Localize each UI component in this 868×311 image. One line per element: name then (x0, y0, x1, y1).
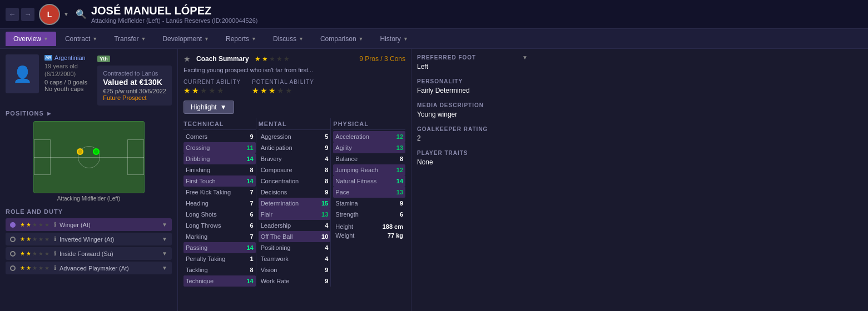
highlight-row: Highlight ▼ (183, 101, 405, 114)
potential-ability-label: POTENTIAL ABILITY (252, 79, 314, 85)
tab-reports[interactable]: Reports ▼ (218, 32, 264, 46)
role-info-icon-0: ℹ (54, 221, 56, 228)
role-expand-2[interactable]: ▼ (162, 250, 167, 257)
back-button[interactable]: ← (6, 8, 19, 21)
tech-attr-0: Corners9 (183, 131, 256, 142)
tech-attr-12: Tackling8 (183, 264, 256, 275)
mental-attr-8: Leadership4 (259, 220, 331, 231)
mental-attr-10: Positioning4 (259, 242, 331, 253)
main-content: 👤 AR Argentinian 19 years old (6/12/2000… (0, 49, 868, 311)
preferred-foot-expand[interactable]: ▼ (522, 54, 528, 61)
player-avatar: 👤 (6, 54, 39, 93)
pitch-position-label: Attacking Midfielder (Left) (57, 195, 120, 202)
role-item-3[interactable]: ★★★★★ℹAdvanced Playmaker (At)▼ (6, 262, 172, 274)
physical-header: PHYSICAL (333, 118, 405, 130)
highlight-button[interactable]: Highlight ▼ (183, 101, 234, 114)
tech-attr-1: Crossing11 (183, 142, 256, 153)
technical-attrs: Corners9Crossing11Dribbling14Finishing8F… (183, 131, 256, 287)
role-expand-1[interactable]: ▼ (162, 236, 167, 242)
role-item-2[interactable]: ★★★★★ℹInside Forward (Su)▼ (6, 247, 172, 260)
tech-attr-11: Penalty Taking1 (183, 253, 256, 264)
top-bar: ← → L ▼ 🔍 JOSÉ MANUEL LÓPEZ Attacking Mi… (0, 0, 868, 29)
tech-attr-9: Marking7 (183, 231, 256, 242)
positions-header[interactable]: POSITIONS ► (6, 110, 172, 117)
roles-list: ★★★★★ℹWinger (At)▼★★★★★ℹInverted Winger … (6, 218, 172, 274)
bio-nationality: AR Argentinian (44, 54, 87, 61)
role-name-1: Inverted Winger (At) (59, 236, 162, 243)
mental-attr-3: Composure8 (259, 164, 331, 175)
bio-age: 19 years old (6/12/2000) (44, 62, 87, 78)
role-radio-0 (10, 222, 16, 228)
bio-youth-caps: No youth caps (44, 86, 87, 92)
mental-attr-12: Vision9 (259, 264, 331, 275)
role-stars-1: ★★★★★ (20, 236, 49, 242)
preferred-foot-block: PREFERRED FOOT ▼ Left (417, 54, 528, 71)
role-name-0: Winger (At) (59, 222, 162, 228)
gk-rating-block: GOALKEEPER RATING 2 (417, 126, 528, 142)
role-stars-0: ★★★★★ (20, 222, 49, 228)
gk-rating-value: 2 (417, 134, 528, 142)
physical-attrs: Acceleration12Agility13Balance8Jumping R… (333, 131, 405, 220)
mental-attrs: Aggression5Anticipation9Bravery4Composur… (259, 131, 331, 287)
role-item-1[interactable]: ★★★★★ℹInverted Winger (At)▼ (6, 233, 172, 245)
tech-attr-4: First Touch14 (183, 175, 256, 187)
mental-attr-7: Flair13 (259, 209, 331, 220)
left-panel: 👤 AR Argentinian 19 years old (6/12/2000… (0, 49, 178, 311)
role-info-icon-3: ℹ (54, 264, 56, 272)
tech-attr-7: Long Shots6 (183, 209, 256, 220)
mental-attr-6: Determination15 (259, 198, 331, 209)
potential-ability-block: POTENTIAL ABILITY ★★★★★ (252, 79, 314, 95)
forward-button[interactable]: → (21, 8, 34, 21)
tech-attr-8: Long Throws6 (183, 220, 256, 231)
tech-attr-5: Free Kick Taking7 (183, 187, 256, 198)
media-description-value: Young winger (417, 111, 528, 118)
favorite-icon[interactable]: ★ (183, 54, 191, 63)
yth-badge: Yth (97, 56, 110, 62)
contract-value: Valued at €130K (103, 78, 166, 87)
personality-value: Fairly Determined (417, 87, 528, 94)
far-right-panel: PREFERRED FOOT ▼ Left PERSONALITY Fairly… (411, 49, 534, 311)
player-bio: 👤 AR Argentinian 19 years old (6/12/2000… (6, 54, 172, 106)
pitch-diagram (33, 121, 145, 193)
role-radio-1 (10, 237, 16, 242)
logo-expand-arrow[interactable]: ▼ (63, 11, 69, 17)
role-expand-0[interactable]: ▼ (162, 222, 167, 228)
position-dot-active (93, 148, 100, 155)
pros-cons: 9 Pros / 3 Cons (359, 55, 405, 63)
coach-summary-label: Coach Summary (196, 55, 249, 63)
mental-attr-11: Teamwork4 (259, 253, 331, 264)
tab-contract[interactable]: Contract ▼ (57, 32, 105, 46)
roles-header: ROLE AND DUTY (6, 208, 172, 215)
technical-header: TECHNICAL (183, 118, 256, 130)
tech-attr-13: Technique14 (183, 275, 256, 287)
mental-attr-0: Aggression5 (259, 131, 331, 142)
role-stars-2: ★★★★★ (20, 250, 49, 257)
current-ability-label: CURRENT ABILITY (183, 79, 241, 85)
tab-transfer[interactable]: Transfer ▼ (106, 32, 153, 46)
player-name: JOSÉ MANUEL LÓPEZ (91, 4, 862, 17)
search-button[interactable]: 🔍 (76, 9, 87, 19)
technical-section: TECHNICAL Corners9Crossing11Dribbling14F… (183, 118, 256, 287)
tab-overview[interactable]: Overview ▼ (6, 32, 56, 46)
mental-header: MENTAL (259, 118, 331, 130)
potential-ability-stars: ★★★★★ (252, 86, 314, 95)
role-name-2: Inside Forward (Su) (59, 250, 162, 257)
height-value: 188 cm (383, 223, 403, 230)
tab-comparison[interactable]: Comparison ▼ (313, 32, 371, 46)
mental-attr-2: Bravery4 (259, 153, 331, 164)
role-expand-3[interactable]: ▼ (162, 265, 167, 271)
personality-label: PERSONALITY (417, 78, 528, 84)
weight-value: 77 kg (388, 232, 403, 239)
tab-history[interactable]: History ▼ (373, 32, 416, 46)
physical-section: PHYSICAL Acceleration12Agility13Balance8… (330, 118, 405, 287)
phys-attr-1: Agility13 (333, 142, 405, 153)
role-item-0[interactable]: ★★★★★ℹWinger (At)▼ (6, 218, 172, 231)
mental-attr-1: Anticipation9 (259, 142, 331, 153)
phys-attr-7: Strength6 (333, 209, 405, 220)
bio-info: AR Argentinian 19 years old (6/12/2000) … (44, 54, 87, 92)
menu-tabs: Overview ▼Contract ▼Transfer ▼Developmen… (0, 29, 868, 49)
current-ability-block: CURRENT ABILITY ★★★★★ (183, 79, 241, 95)
tab-discuss[interactable]: Discuss ▼ (265, 32, 311, 46)
tab-development[interactable]: Development ▼ (155, 32, 217, 46)
tech-attr-3: Finishing8 (183, 164, 256, 175)
